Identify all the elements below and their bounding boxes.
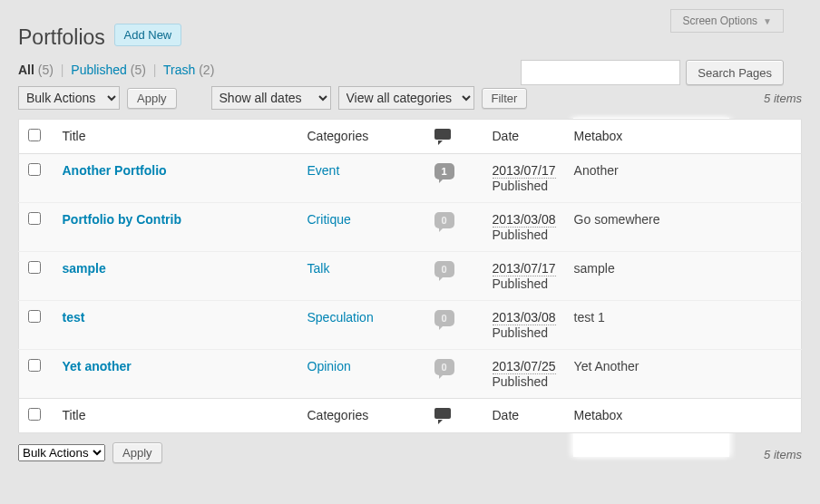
row-metabox: test 1 (565, 301, 802, 350)
row-title-link[interactable]: Another Portfolio (63, 163, 167, 178)
column-categories-header[interactable]: Categories (298, 120, 425, 154)
row-date: 2013/07/17 (493, 163, 556, 179)
row-checkbox[interactable] (28, 261, 41, 274)
row-category-link[interactable]: Event (308, 163, 340, 178)
bulk-actions-select-bottom[interactable]: Bulk Actions (18, 444, 105, 461)
row-checkbox[interactable] (28, 163, 41, 176)
screen-options-button[interactable]: Screen Options ▼ (670, 9, 784, 33)
chevron-down-icon: ▼ (763, 16, 772, 26)
row-title-link[interactable]: Yet another (63, 359, 132, 373)
screen-options-label: Screen Options (682, 15, 757, 27)
column-title-header[interactable]: Title (54, 120, 298, 154)
table-row: Yet anotherOpinion02013/07/25PublishedYe… (19, 350, 802, 399)
row-checkbox[interactable] (28, 310, 41, 323)
column-date-footer[interactable]: Date (483, 399, 565, 433)
comment-count-bubble[interactable]: 0 (434, 212, 454, 228)
row-date: 2013/03/08 (493, 212, 556, 228)
table-row: Another PortfolioEvent12013/07/17Publish… (19, 154, 802, 203)
search-button[interactable]: Search Pages (686, 60, 784, 85)
row-title-link[interactable]: sample (63, 261, 106, 276)
filter-all-count: (5) (38, 63, 54, 77)
comment-icon (434, 408, 451, 421)
filter-button[interactable]: Filter (482, 88, 528, 109)
table-row: sampleTalk02013/07/17Publishedsample (19, 252, 802, 301)
filter-all[interactable]: All (18, 63, 34, 77)
row-status: Published (493, 325, 549, 340)
row-status: Published (493, 276, 549, 291)
portfolios-table: Title Categories Date Metabox Another Po… (18, 119, 802, 433)
select-all-top[interactable] (28, 129, 41, 141)
add-new-button[interactable]: Add New (114, 24, 182, 46)
select-all-bottom[interactable] (28, 408, 41, 421)
column-metabox-footer[interactable]: Metabox (565, 399, 802, 433)
row-category-link[interactable]: Speculation (308, 310, 374, 325)
table-row: testSpeculation02013/03/08Publishedtest … (19, 301, 802, 350)
column-categories-footer[interactable]: Categories (298, 399, 425, 433)
search-input[interactable] (521, 60, 680, 85)
row-metabox: Another (565, 154, 802, 203)
column-comments-header[interactable] (425, 120, 483, 154)
comment-count-bubble[interactable]: 1 (434, 163, 454, 179)
row-status: Published (493, 374, 549, 389)
page-title: Portfolios (18, 25, 105, 50)
filter-published-count: (5) (131, 63, 146, 77)
row-title-link[interactable]: Portfolio by Contrib (63, 212, 181, 227)
row-date: 2013/03/08 (493, 310, 556, 325)
filter-published[interactable]: Published (71, 63, 127, 77)
row-title-link[interactable]: test (63, 310, 85, 325)
row-metabox: Yet Another (565, 350, 802, 399)
row-category-link[interactable]: Opinion (308, 359, 351, 373)
bulk-actions-select[interactable]: Bulk Actions (18, 86, 120, 110)
comment-count-bubble[interactable]: 0 (434, 359, 454, 375)
row-status: Published (493, 228, 549, 242)
column-comments-footer[interactable] (425, 399, 483, 433)
column-date-header[interactable]: Date (483, 120, 565, 154)
comment-count-bubble[interactable]: 0 (434, 310, 454, 326)
apply-button-bottom[interactable]: Apply (112, 442, 162, 463)
apply-button-top[interactable]: Apply (127, 88, 177, 109)
row-metabox: Go somewhere (565, 203, 802, 252)
row-category-link[interactable]: Talk (308, 261, 330, 276)
column-title-footer[interactable]: Title (54, 399, 298, 433)
filter-trash[interactable]: Trash (163, 63, 195, 77)
row-metabox: sample (565, 252, 802, 301)
table-row: Portfolio by ContribCritique02013/03/08P… (19, 203, 802, 252)
column-metabox-header[interactable]: Metabox (565, 120, 802, 154)
row-date: 2013/07/25 (493, 359, 556, 374)
filter-trash-count: (2) (199, 63, 214, 77)
row-status: Published (493, 179, 549, 193)
item-count-top: 5 items (764, 92, 802, 105)
row-checkbox[interactable] (28, 212, 41, 225)
comment-icon (434, 129, 451, 141)
item-count-bottom: 5 items (764, 448, 802, 461)
row-category-link[interactable]: Critique (308, 212, 351, 227)
categories-filter-select[interactable]: View all categories (338, 86, 474, 110)
row-date: 2013/07/17 (493, 261, 556, 276)
comment-count-bubble[interactable]: 0 (434, 261, 454, 277)
dates-filter-select[interactable]: Show all dates (211, 86, 331, 110)
row-checkbox[interactable] (28, 359, 41, 372)
